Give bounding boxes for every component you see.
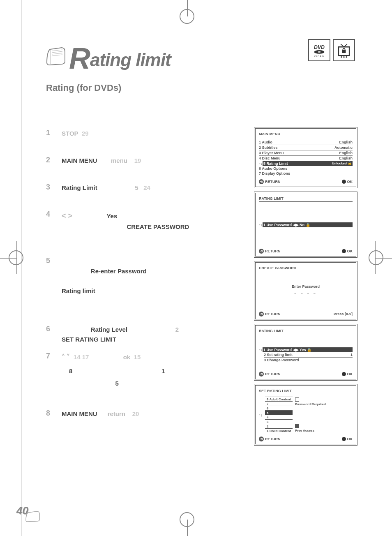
svg-text:VIDEO: VIDEO xyxy=(314,55,324,58)
five-text: 5 xyxy=(135,184,138,191)
step-number: 6 xyxy=(46,325,54,344)
screen-title: SET RATING LIMIT xyxy=(259,389,353,394)
updown-arrows-icon: ↑↓ xyxy=(259,413,263,417)
level-item: 4 xyxy=(265,415,293,420)
return-label: RETURN xyxy=(265,372,281,376)
book-small-icon xyxy=(25,511,40,522)
rating-limit-text: Rating Limit xyxy=(62,184,97,191)
return-icon: ⟲ xyxy=(259,312,264,317)
menu-value: English xyxy=(339,140,353,144)
menu-item: 3 Change Password xyxy=(264,358,353,362)
return-label: RETURN xyxy=(265,249,281,253)
crop-mark xyxy=(369,250,383,265)
screen-title: RATING LIMIT xyxy=(259,196,353,202)
updown-arrows-icon: ↑↓ xyxy=(259,348,263,352)
section-subtitle: Rating (for DVDs) xyxy=(46,83,355,93)
svg-text:DVD: DVD xyxy=(314,44,325,50)
page-ref: 29 xyxy=(82,130,89,137)
return-label: RETURN xyxy=(265,437,281,441)
main-menu-text: MAIN MENU xyxy=(62,410,97,417)
ok-keyword: ok xyxy=(123,353,131,360)
level-item: 2 xyxy=(265,424,293,429)
ok-label: OK xyxy=(347,372,353,376)
one-text: 1 xyxy=(161,367,165,374)
screen-rating-limit-yes: RATING LIMIT ↑↓ 1 Use Password ◀▶ Yes 🔒 … xyxy=(254,324,357,381)
level-item: 7 xyxy=(265,402,293,406)
crop-mark xyxy=(180,512,194,527)
checkbox-icon xyxy=(295,397,299,402)
page-ref: 15 xyxy=(134,353,141,360)
rating-levels: 8 Adult Content 7 6 5 4 3 2 1 Child Cont… xyxy=(265,397,293,433)
enter-password-label: Enter Password xyxy=(259,284,353,289)
menu-item: 4 Disc Menu xyxy=(259,156,339,160)
screen-title: RATING LIMIT xyxy=(259,329,353,334)
return-icon: ⟲ xyxy=(259,249,264,254)
ok-dot-icon xyxy=(342,437,346,441)
menu-item: 7 Display Options xyxy=(259,171,353,176)
ok-label: OK xyxy=(347,180,353,184)
return-label: RETURN xyxy=(265,312,281,316)
menu-item-selected: 1 Use Password ◀▶ No 🔓 xyxy=(263,223,352,227)
yes-text: Yes xyxy=(106,213,117,219)
level-item-selected: 5 xyxy=(265,411,293,415)
dvd-video-logo: DVDVIDEO xyxy=(308,39,330,61)
svg-point-5 xyxy=(341,56,342,58)
menu-value: English xyxy=(339,156,353,160)
page-title: Rating limit xyxy=(69,39,171,73)
level-item: 1 Child Content xyxy=(265,429,293,433)
ok-dot-icon xyxy=(342,372,346,376)
level-item: 6 xyxy=(265,406,293,411)
screen-rating-limit-no: RATING LIMIT ↑↓ 1 Use Password ◀▶ No 🔓 ⟲… xyxy=(254,192,357,258)
screen-create-password: CREATE PASSWORD Enter Password – – – – ⟲… xyxy=(254,261,357,321)
page-ref: 19 xyxy=(134,157,141,164)
return-icon: ⟲ xyxy=(259,372,264,377)
ok-dot-icon xyxy=(342,180,346,184)
stop-keyword: STOP xyxy=(62,130,78,137)
menu-item-selected: 1 Use Password ◀▶ Yes 🔒 xyxy=(263,348,352,352)
step-number: 5 xyxy=(46,256,54,296)
screen-title: MAIN MENU xyxy=(259,132,353,137)
screen-main-menu: MAIN MENU 1 AudioEnglish 2 SubtitlesAuto… xyxy=(254,127,357,188)
up-down-arrows-icon: ˄ ˅ xyxy=(62,353,70,360)
tv-lock-icon xyxy=(333,39,355,61)
svg-point-6 xyxy=(343,56,345,58)
left-right-arrows-icon: < > xyxy=(62,212,72,220)
title-rest: ating limit xyxy=(90,50,171,70)
step-number: 1 xyxy=(46,129,54,139)
crop-mark xyxy=(180,9,194,24)
create-password-text: CREATE PASSWORD xyxy=(127,223,189,230)
page-ref: 20 xyxy=(132,410,139,417)
step-number: 2 xyxy=(46,156,54,166)
ok-label: OK xyxy=(347,437,353,441)
updown-arrows-icon: ↑↓ xyxy=(259,223,263,227)
five-text: 5 xyxy=(115,380,119,387)
trim-line xyxy=(21,0,22,536)
password-required-label: Password Required xyxy=(295,402,326,406)
svg-point-7 xyxy=(346,56,347,58)
menu-item: 1 Audio xyxy=(259,140,339,144)
step-number: 7 xyxy=(46,352,54,389)
return-keyword: return xyxy=(108,410,125,417)
step-number: 4 xyxy=(46,210,54,232)
ok-dot-icon xyxy=(342,249,346,253)
reenter-password-text: Re-enter Password xyxy=(91,268,147,275)
svg-rect-4 xyxy=(342,50,346,53)
two-text: 2 xyxy=(175,326,179,333)
rating-level-text: Rating Level xyxy=(91,326,127,333)
return-icon: ⟲ xyxy=(259,179,264,184)
menu-value: Unlocked 🔓 xyxy=(332,162,352,166)
return-label: RETURN xyxy=(265,180,281,184)
menu-value: 1 xyxy=(350,353,353,357)
screen-title: CREATE PASSWORD xyxy=(259,266,353,271)
return-icon: ⟲ xyxy=(259,437,264,441)
main-menu-text: MAIN MENU xyxy=(62,157,97,164)
crop-mark xyxy=(9,250,23,265)
page-ref: 14 17 xyxy=(74,353,89,360)
eight-text: 8 xyxy=(69,367,72,374)
screen-set-rating-limit: SET RATING LIMIT ↑↓ 8 Adult Content 7 6 … xyxy=(254,384,357,446)
menu-item: 2 Set rating limit xyxy=(264,353,350,357)
book-icon xyxy=(46,46,67,66)
menu-value: English xyxy=(339,151,353,155)
updown-arrows-icon: ↑↓ xyxy=(259,162,263,166)
menu-keyword: menu xyxy=(111,157,127,164)
